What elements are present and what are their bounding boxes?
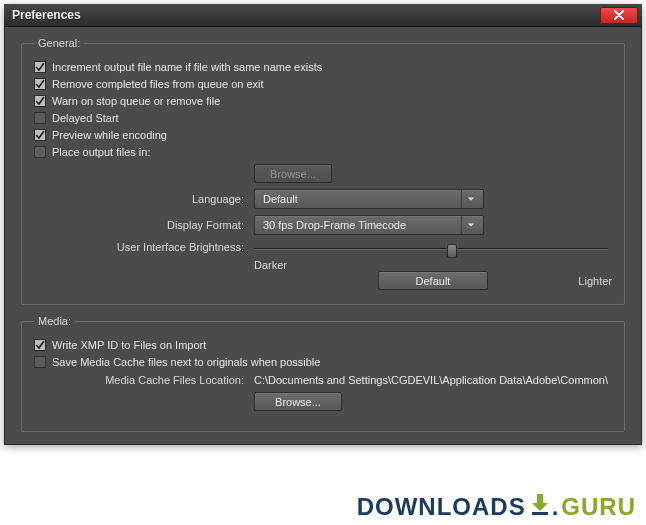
row-cache-location: Media Cache Files Location: C:\Documents… [34, 374, 612, 386]
label-warn-stop: Warn on stop queue or remove file [52, 95, 220, 107]
checkbox-save-cache[interactable] [34, 356, 46, 368]
row-increment: Increment output file name if file with … [34, 61, 612, 73]
row-write-xmp: Write XMP ID to Files on Import [34, 339, 612, 351]
chevron-down-icon [461, 190, 479, 208]
checkbox-preview[interactable] [34, 129, 46, 141]
row-browse-disabled: Browse... [34, 164, 612, 183]
display-format-select[interactable]: 30 fps Drop-Frame Timecode [254, 215, 484, 235]
language-select[interactable]: Default [254, 189, 484, 209]
lighter-label: Lighter [532, 275, 612, 287]
label-place-output: Place output files in: [52, 146, 150, 158]
label-save-cache: Save Media Cache files next to originals… [52, 356, 320, 368]
row-place-output: Place output files in: [34, 146, 612, 158]
language-value: Default [263, 193, 298, 205]
label-write-xmp: Write XMP ID to Files on Import [52, 339, 206, 351]
row-delayed-start: Delayed Start [34, 112, 612, 124]
checkbox-place-output[interactable] [34, 146, 46, 158]
row-language: Language: Default [34, 189, 612, 209]
window-body: General: Increment output file name if f… [4, 27, 642, 445]
label-increment: Increment output file name if file with … [52, 61, 322, 73]
preferences-window: Preferences General: Increment output fi… [4, 4, 642, 445]
watermark-guru: GURU [561, 493, 636, 521]
darker-label: Darker [254, 259, 334, 271]
checkbox-write-xmp[interactable] [34, 339, 46, 351]
checkbox-warn-stop[interactable] [34, 95, 46, 107]
checkbox-increment[interactable] [34, 61, 46, 73]
row-save-cache: Save Media Cache files next to originals… [34, 356, 612, 368]
display-format-value: 30 fps Drop-Frame Timecode [263, 219, 406, 231]
group-media: Media: Write XMP ID to Files on Import S… [21, 315, 625, 432]
row-remove-completed: Remove completed files from queue on exi… [34, 78, 612, 90]
cache-location-label: Media Cache Files Location: [34, 374, 254, 386]
row-brightness: User Interface Brightness: [34, 241, 612, 253]
chevron-down-icon [461, 216, 479, 234]
row-warn-stop: Warn on stop queue or remove file [34, 95, 612, 107]
checkbox-remove-completed[interactable] [34, 78, 46, 90]
close-icon [614, 10, 624, 20]
display-format-label: Display Format: [34, 219, 254, 231]
svg-rect-0 [532, 512, 548, 515]
brightness-slider[interactable] [254, 248, 608, 250]
cache-location-value: C:\Documents and Settings\CGDEVIL\Applic… [254, 374, 612, 386]
brightness-label: User Interface Brightness: [34, 241, 254, 253]
watermark-dot: . [552, 493, 560, 521]
brightness-slider-thumb[interactable] [447, 244, 457, 258]
window-title: Preferences [12, 8, 600, 22]
download-arrow-icon [530, 493, 550, 515]
label-preview: Preview while encoding [52, 129, 167, 141]
close-button[interactable] [600, 7, 638, 24]
label-delayed-start: Delayed Start [52, 112, 119, 124]
titlebar: Preferences [4, 4, 642, 27]
watermark-downloads: DOWNLOADS [357, 493, 526, 521]
language-label: Language: [34, 193, 254, 205]
label-remove-completed: Remove completed files from queue on exi… [52, 78, 264, 90]
general-legend: General: [34, 37, 84, 49]
media-legend: Media: [34, 315, 75, 327]
row-display-format: Display Format: 30 fps Drop-Frame Timeco… [34, 215, 612, 235]
checkbox-delayed-start[interactable] [34, 112, 46, 124]
group-general: General: Increment output file name if f… [21, 37, 625, 305]
media-browse-button[interactable]: Browse... [254, 392, 342, 411]
row-preview: Preview while encoding [34, 129, 612, 141]
brightness-default-button[interactable]: Default [378, 271, 488, 290]
row-media-browse: Browse... [34, 392, 612, 411]
watermark: DOWNLOADS . GURU [357, 493, 636, 521]
row-brightness-labels: Darker Default Lighter [34, 259, 612, 290]
browse-disabled-button: Browse... [254, 164, 332, 183]
